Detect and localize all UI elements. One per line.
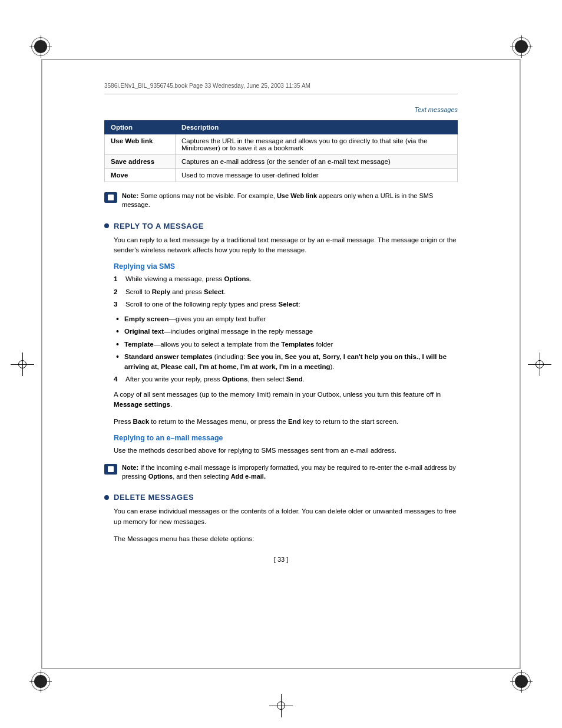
note-box-1: Note: Some options may not be visible. F…: [104, 192, 458, 210]
step-num-2: 2: [114, 287, 122, 297]
note-label-2: Note:: [122, 464, 138, 471]
bullet-dot-1: [104, 223, 109, 228]
option-cell: Save address: [105, 155, 176, 169]
step-num-4: 4: [114, 374, 122, 384]
table-row: Save address Captures an e-mail address …: [105, 155, 458, 169]
note-content-2: If the incoming e-mail message is improp…: [122, 464, 456, 480]
page-number: [ 33 ]: [104, 556, 458, 563]
sms-para2: Press Back to return to the Messages men…: [114, 417, 458, 427]
list-item: Template—allows you to select a template…: [116, 340, 458, 350]
list-item: Original text—includes original message …: [116, 327, 458, 337]
border-right: [520, 59, 521, 669]
section2-heading: DELETE MESSAGES: [104, 493, 458, 502]
reply-types-list: Empty screen—gives you an empty text buf…: [116, 314, 458, 372]
step-num-3: 3: [114, 299, 122, 309]
note-label-1: Note:: [122, 192, 138, 199]
sms-para1: A copy of all sent messages (up to the m…: [114, 390, 458, 410]
col-header-description: Description: [176, 121, 458, 134]
reg-mark-mb: [269, 694, 293, 717]
border-top: [41, 59, 521, 60]
note-text-2: Note: If the incoming e-mail message is …: [122, 463, 458, 482]
border-bottom: [41, 668, 521, 669]
reg-mark-tl: [29, 35, 52, 58]
description-cell: Captures the URL in the message and allo…: [176, 134, 458, 155]
list-item: Standard answer templates (including: Se…: [116, 352, 458, 373]
list-item: Empty screen—gives you an empty text buf…: [116, 314, 458, 324]
note-text-1: Note: Some options may not be visible. F…: [122, 192, 458, 210]
reg-mark-ml: [11, 353, 34, 376]
note-icon-2: [104, 464, 117, 475]
bullet-dot-2: [104, 495, 109, 500]
table-row: Move Used to move message to user-define…: [105, 169, 458, 182]
step-1: 1 While viewing a message, press Options…: [114, 274, 458, 284]
page-container: 3586i.ENv1_BIL_9356745.book Page 33 Wedn…: [0, 0, 562, 728]
section-label: Text messages: [104, 106, 458, 113]
email-body: Use the methods described above for repl…: [114, 446, 458, 456]
step4-container: 4 After you write your reply, press Opti…: [114, 374, 458, 384]
section1-body: You can reply to a text message by a tra…: [114, 235, 458, 256]
step-num-1: 1: [114, 274, 122, 284]
reg-mark-tr: [510, 35, 533, 58]
reg-mark-mr: [528, 353, 551, 376]
content-area: 3586i.ENv1_BIL_9356745.book Page 33 Wedn…: [51, 0, 511, 616]
section1-title: REPLY TO A MESSAGE: [114, 222, 204, 230]
reg-mark-br: [510, 670, 533, 693]
border-left: [41, 59, 42, 669]
description-cell: Captures an e-mail address (or the sende…: [176, 155, 458, 169]
col-header-option: Option: [105, 121, 176, 134]
section2-body1: You can erase individual messages or the…: [114, 506, 458, 527]
header-line: 3586i.ENv1_BIL_9356745.book Page 33 Wedn…: [104, 83, 458, 94]
note-icon-1: [104, 192, 117, 203]
section2-title: DELETE MESSAGES: [114, 493, 194, 502]
sub-heading-email: Replying to an e–mail message: [114, 434, 458, 442]
note-content-1: Some options may not be visible. For exa…: [122, 192, 433, 208]
reg-mark-bl: [29, 670, 52, 693]
note-box-2: Note: If the incoming e-mail message is …: [104, 463, 458, 482]
sub-heading-sms: Replying via SMS: [114, 262, 458, 271]
options-table: Option Description Use Web link Captures…: [104, 120, 458, 182]
step-text-1: While viewing a message, press Options.: [125, 274, 252, 284]
step-2: 2 Scroll to Reply and press Select.: [114, 287, 458, 297]
step-4: 4 After you write your reply, press Opti…: [114, 374, 458, 384]
step-3: 3 Scroll to one of the following reply t…: [114, 299, 458, 309]
step-text-3: Scroll to one of the following reply typ…: [125, 299, 300, 309]
section2-body2: The Messages menu has these delete optio…: [114, 534, 458, 544]
description-cell: Used to move message to user-defined fol…: [176, 169, 458, 182]
sms-steps: 1 While viewing a message, press Options…: [114, 274, 458, 309]
option-cell: Use Web link: [105, 134, 176, 155]
table-row: Use Web link Captures the URL in the mes…: [105, 134, 458, 155]
section1-heading: REPLY TO A MESSAGE: [104, 222, 458, 230]
step-text-4: After you write your reply, press Option…: [125, 374, 305, 384]
option-cell: Move: [105, 169, 176, 182]
step-text-2: Scroll to Reply and press Select.: [125, 287, 226, 297]
